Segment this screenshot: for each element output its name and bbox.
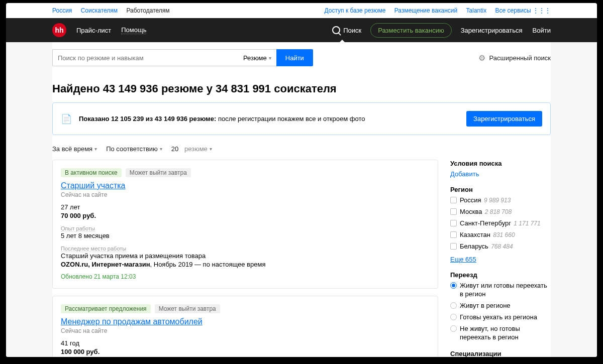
resume-title-link[interactable]: Менеджер по продажам автомобилей bbox=[61, 317, 203, 326]
register-banner: 📄 Показано 12 105 239 из 43 149 936 резю… bbox=[52, 102, 551, 135]
age: 41 год bbox=[61, 339, 430, 347]
banner-text: Показано 12 105 239 из 43 149 936 резюме… bbox=[79, 115, 459, 123]
resume-card: В активном поискеМожет выйти завтра Стар… bbox=[52, 160, 438, 289]
topbar-region[interactable]: Россия bbox=[52, 7, 72, 14]
region-checkbox-row[interactable]: Санкт-Петербург 1 171 771 bbox=[450, 219, 551, 228]
checkbox-icon bbox=[450, 208, 457, 215]
salary: 100 000 руб. bbox=[61, 348, 430, 355]
topbar-post-job[interactable]: Размещение вакансий bbox=[394, 7, 457, 14]
sidebar-move-heading: Переезд bbox=[450, 271, 551, 279]
exp-label: Опыт работы bbox=[61, 225, 95, 232]
active-tab-arrow bbox=[338, 40, 346, 44]
post-vacancy-button[interactable]: Разместить вакансию bbox=[370, 23, 451, 38]
resume-title-link[interactable]: Старший участка bbox=[61, 181, 125, 190]
resume-card: Рассматривает предложенияМожет выйти зав… bbox=[52, 296, 438, 357]
move-radio-row[interactable]: Живут в регионе bbox=[450, 302, 551, 310]
checkbox-icon bbox=[450, 231, 457, 238]
filter-sort[interactable]: По соответствию ▾ bbox=[106, 145, 162, 153]
region-checkbox-row[interactable]: Москва 2 818 708 bbox=[450, 208, 551, 216]
more-regions-link[interactable]: Еще 655 bbox=[450, 256, 476, 263]
chevron-down-icon: ▾ bbox=[160, 146, 162, 152]
resume-icon: 📄 bbox=[61, 113, 72, 125]
radio-icon bbox=[450, 282, 457, 289]
page-title: Найдено 43 149 936 резюме у 34 831 991 с… bbox=[52, 73, 551, 102]
checkbox-icon bbox=[450, 243, 457, 250]
search-input[interactable] bbox=[52, 49, 238, 66]
age: 27 лет bbox=[61, 203, 430, 211]
checkbox-icon bbox=[450, 197, 457, 203]
topbar-employers[interactable]: Работодателям bbox=[126, 7, 169, 14]
search-type-select[interactable]: Резюме▾ bbox=[238, 49, 276, 66]
filter-perpage[interactable]: 20 резюме ▾ bbox=[171, 145, 212, 153]
sidebar-add-link[interactable]: Добавить bbox=[450, 170, 479, 178]
register-button[interactable]: Зарегистрироваться bbox=[466, 111, 542, 127]
topbar-db-access[interactable]: Доступ к базе резюме bbox=[325, 7, 386, 14]
status-badge: Может выйти завтра bbox=[126, 168, 191, 177]
nav-login[interactable]: Войти bbox=[533, 27, 551, 34]
topbar: Россия Соискателям Работодателям Доступ … bbox=[52, 3, 551, 18]
move-radio-row[interactable]: Живут или готовы переехать в регион bbox=[450, 282, 551, 299]
topbar-all-services[interactable]: Все сервисы ⋮⋮⋮ bbox=[495, 7, 551, 14]
exp-value: 5 лет 8 месяцев bbox=[61, 232, 430, 239]
status-badge: Рассматривает предложения bbox=[61, 304, 151, 313]
radio-icon bbox=[450, 302, 457, 309]
online-status: Сейчас на сайте bbox=[61, 327, 430, 334]
move-radio-row[interactable]: Не живут, но готовы переехать в регион bbox=[450, 325, 551, 342]
nav-search[interactable]: Поиск bbox=[332, 26, 361, 34]
sidebar-region-heading: Регион bbox=[450, 186, 551, 193]
nav-help[interactable]: Помощь bbox=[121, 26, 146, 34]
online-status: Сейчас на сайте bbox=[61, 191, 430, 198]
nav-register[interactable]: Зарегистрироваться bbox=[461, 27, 523, 34]
last-position: Старший участка приема и размещения това… bbox=[61, 252, 430, 260]
find-button[interactable]: Найти bbox=[276, 49, 313, 66]
region-checkbox-row[interactable]: Россия 9 989 913 bbox=[450, 196, 551, 205]
sliders-icon: ⚙ bbox=[478, 53, 485, 63]
radio-icon bbox=[450, 325, 457, 332]
radio-icon bbox=[450, 314, 457, 320]
checkbox-icon bbox=[450, 220, 457, 226]
chevron-down-icon: ▾ bbox=[269, 55, 271, 61]
advanced-search-link[interactable]: ⚙ Расширенный поиск bbox=[478, 53, 551, 63]
company-line: OZON.ru, Интернет-магазин, Ноябрь 2019 —… bbox=[61, 261, 430, 268]
filter-period[interactable]: За всё время ▾ bbox=[52, 145, 97, 153]
sidebar-spec-heading: Специализации bbox=[450, 350, 551, 357]
status-badge: В активном поиске bbox=[61, 168, 122, 177]
region-checkbox-row[interactable]: Беларусь 768 484 bbox=[450, 242, 551, 251]
navbar: hh Прайс-лист Помощь Поиск Разместить ва… bbox=[6, 18, 597, 42]
sidebar: Условия поиска Добавить Регион Россия 9 … bbox=[450, 160, 551, 357]
salary: 70 000 руб. bbox=[61, 212, 430, 219]
search-icon bbox=[332, 26, 340, 34]
status-badge: Может выйти завтра bbox=[155, 304, 220, 313]
updated-at: Обновлено 21 марта 12:03 bbox=[61, 273, 430, 280]
move-radio-row[interactable]: Готовы уехать из региона bbox=[450, 313, 551, 322]
logo[interactable]: hh bbox=[52, 23, 66, 37]
topbar-talantix[interactable]: Talantix bbox=[466, 7, 487, 14]
results-list: В активном поискеМожет выйти завтра Стар… bbox=[52, 160, 438, 357]
filters-row: За всё время ▾ По соответствию ▾ 20 резю… bbox=[52, 145, 551, 153]
search-bar: Резюме▾ Найти ⚙ Расширенный поиск bbox=[52, 42, 551, 73]
chevron-down-icon: ▾ bbox=[210, 146, 212, 152]
topbar-jobseekers[interactable]: Соискателям bbox=[81, 7, 118, 14]
region-checkbox-row[interactable]: Казахстан 831 660 bbox=[450, 231, 551, 239]
sidebar-conditions-heading: Условия поиска bbox=[450, 160, 551, 167]
chevron-down-icon: ▾ bbox=[94, 146, 97, 152]
nav-pricelist[interactable]: Прайс-лист bbox=[76, 27, 111, 34]
lastjob-label: Последнее место работы bbox=[61, 246, 126, 252]
